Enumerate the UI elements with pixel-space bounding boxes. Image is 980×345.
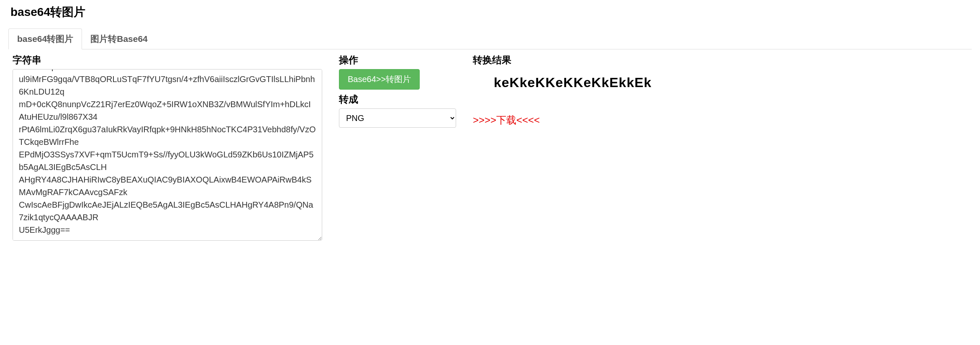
- page-title: base64转图片: [10, 4, 972, 20]
- base64-input[interactable]: 3K/U+z2uFJNWNcMmhLzUe2v6n/dAWG+mLN9KGWI9…: [13, 69, 322, 241]
- result-captcha-image: keKkeKKeKKeKkEkkEk: [473, 75, 967, 90]
- tab-image-to-base64[interactable]: 图片转Base64: [82, 28, 156, 49]
- format-label: 转成: [339, 93, 456, 106]
- format-select[interactable]: PNG: [339, 108, 456, 128]
- convert-button[interactable]: Base64>>转图片: [339, 69, 420, 90]
- result-label: 转换结果: [473, 54, 967, 67]
- download-link[interactable]: >>>>下载<<<<: [473, 113, 540, 127]
- main-content: 字符串 3K/U+z2uFJNWNcMmhLzUe2v6n/dAWG+mLN9K…: [8, 54, 972, 243]
- input-column: 字符串 3K/U+z2uFJNWNcMmhLzUe2v6n/dAWG+mLN9K…: [13, 54, 322, 243]
- action-column: 操作 Base64>>转图片 转成 PNG: [339, 54, 456, 243]
- input-label: 字符串: [13, 54, 322, 67]
- tabs-container: base64转图片 图片转Base64: [8, 28, 972, 49]
- result-column: 转换结果 keKkeKKeKKeKkEkkEk >>>>下载<<<<: [473, 54, 967, 243]
- tab-base64-to-image[interactable]: base64转图片: [8, 28, 82, 49]
- action-label: 操作: [339, 54, 456, 67]
